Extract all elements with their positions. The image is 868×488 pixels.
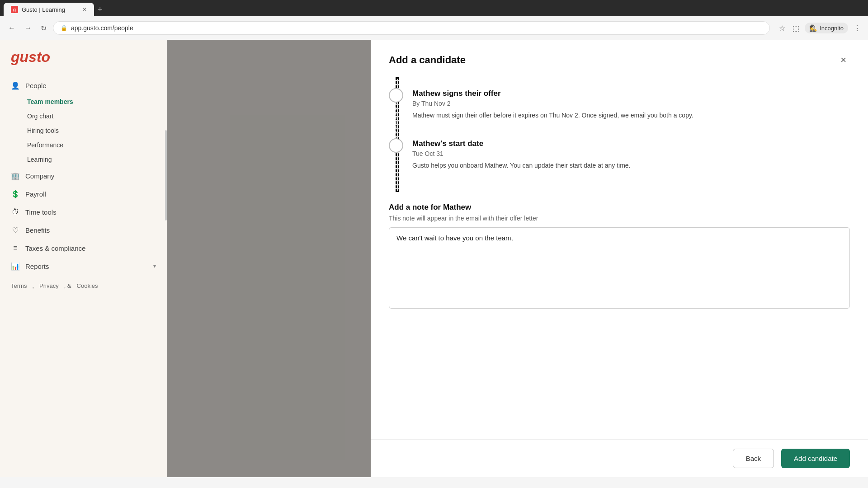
menu-button[interactable]: ⋮	[852, 22, 863, 34]
modal-header: Add a candidate ×	[371, 40, 868, 77]
reports-chevron: ▾	[153, 263, 156, 269]
new-tab-button[interactable]: +	[94, 3, 106, 16]
timeline-subtitle-1: By Thu Nov 2	[412, 100, 850, 107]
sidebar-subitem-learning[interactable]: Learning	[0, 152, 167, 167]
incognito-badge: 🕵 Incognito	[805, 23, 848, 33]
close-tab-button[interactable]: ✕	[82, 6, 87, 13]
subnav-label-org-chart: Org chart	[27, 113, 53, 120]
timeline-connector-1	[396, 103, 396, 138]
note-title: Add a note for Mathew	[389, 203, 850, 212]
browser-tab-bar: g Gusto | Learning ✕ +	[0, 0, 868, 16]
address-bar-row: ← → ↻ 🔒 app.gusto.com/people ☆ ⬚ 🕵 Incog…	[0, 16, 868, 40]
sidebar-item-label-taxes: Taxes & compliance	[25, 244, 85, 252]
sidebar-item-label-time-tools: Time tools	[25, 208, 57, 216]
note-subtitle: This note will appear in the email with …	[389, 215, 850, 222]
timeline-desc-1: Mathew must sign their offer before it e…	[412, 111, 850, 120]
timeline-item-start-date: Mathew's start date Tue Oct 31 Gusto hel…	[389, 138, 850, 170]
modal-dialog: Add a candidate × Mathew signs their off…	[371, 40, 868, 477]
modal-footer: Back Add candidate	[371, 439, 868, 477]
sidebar-item-label-company: Company	[25, 172, 54, 180]
subnav-label-performance: Performance	[27, 141, 63, 149]
cast-button[interactable]: ⬚	[791, 22, 801, 34]
timeline-content-1: Mathew signs their offer By Thu Nov 2 Ma…	[412, 88, 850, 120]
benefits-icon: ♡	[11, 225, 20, 235]
tab-title: Gusto | Learning	[22, 6, 65, 13]
timeline-item-sign-offer: Mathew signs their offer By Thu Nov 2 Ma…	[389, 88, 850, 120]
subnav-label-learning: Learning	[27, 156, 52, 163]
payroll-icon: 💲	[11, 189, 20, 198]
timeline-desc-2: Gusto helps you onboard Mathew. You can …	[412, 161, 850, 170]
timeline-circle-1	[389, 88, 403, 103]
privacy-link[interactable]: Privacy	[39, 282, 59, 289]
sidebar-logo: gusto	[0, 49, 167, 76]
forward-nav-button[interactable]: →	[22, 22, 34, 34]
sidebar-item-time-tools[interactable]: ⏱ Time tools	[0, 203, 167, 221]
sidebar-subitem-hiring-tools[interactable]: Hiring tools	[0, 123, 167, 138]
people-icon: 👤	[11, 81, 20, 90]
sidebar-subitem-org-chart[interactable]: Org chart	[0, 109, 167, 123]
sidebar-item-people[interactable]: 👤 People	[0, 76, 167, 94]
modal-close-button[interactable]: ×	[837, 52, 850, 68]
timeline-title-2: Mathew's start date	[412, 139, 850, 148]
timeline-circle-2	[389, 138, 403, 153]
footer-sep2: , &	[64, 282, 71, 289]
sidebar-item-company[interactable]: 🏢 Company	[0, 167, 167, 185]
modal-title: Add a candidate	[389, 54, 466, 66]
timeline-content-2: Mathew's start date Tue Oct 31 Gusto hel…	[412, 138, 850, 170]
sidebar-scrollbar	[165, 130, 167, 221]
subnav-label-team-members: Team members	[27, 98, 73, 105]
terms-link[interactable]: Terms	[11, 282, 27, 289]
sidebar-item-taxes[interactable]: ≡ Taxes & compliance	[0, 239, 167, 257]
sidebar-item-payroll[interactable]: 💲 Payroll	[0, 185, 167, 203]
company-icon: 🏢	[11, 171, 20, 180]
sidebar-footer: Terms, Privacy, & Cookies	[0, 275, 167, 296]
sidebar-item-label-reports: Reports	[25, 263, 49, 270]
sidebar-subitem-team-members[interactable]: Team members	[0, 94, 167, 109]
sidebar-item-label-payroll: Payroll	[25, 190, 46, 198]
main-content: Add a candidate × Mathew signs their off…	[167, 40, 868, 477]
reload-button[interactable]: ↻	[38, 22, 49, 34]
sidebar-item-label-people: People	[25, 82, 47, 89]
cookies-link[interactable]: Cookies	[77, 282, 98, 289]
subnav-label-hiring-tools: Hiring tools	[27, 127, 59, 134]
sidebar-item-reports[interactable]: 📊 Reports ▾	[0, 257, 167, 275]
active-tab[interactable]: g Gusto | Learning ✕	[4, 3, 94, 16]
back-button[interactable]: Back	[733, 449, 774, 468]
time-icon: ⏱	[11, 207, 20, 216]
modal-overlay: Add a candidate × Mathew signs their off…	[167, 40, 868, 477]
taxes-icon: ≡	[11, 244, 20, 253]
timeline-title-1: Mathew signs their offer	[412, 89, 850, 98]
bookmark-button[interactable]: ☆	[777, 22, 787, 34]
app-layout: gusto 👤 People Team members Org chart Hi…	[0, 40, 868, 477]
note-section: Add a note for Mathew This note will app…	[389, 192, 850, 321]
modal-body: Mathew signs their offer By Thu Nov 2 Ma…	[371, 77, 868, 439]
incognito-icon: 🕵	[809, 24, 817, 32]
sidebar: gusto 👤 People Team members Org chart Hi…	[0, 40, 167, 477]
lock-icon: 🔒	[61, 25, 67, 31]
sidebar-item-benefits[interactable]: ♡ Benefits	[0, 221, 167, 239]
logo-text: gusto	[11, 49, 50, 65]
tab-favicon: g	[11, 6, 18, 13]
url-text: app.gusto.com/people	[71, 24, 762, 32]
incognito-label: Incognito	[820, 25, 844, 32]
footer-sep1: ,	[32, 282, 34, 289]
sidebar-item-label-benefits: Benefits	[25, 226, 50, 234]
timeline: Mathew signs their offer By Thu Nov 2 Ma…	[389, 77, 850, 192]
add-candidate-button[interactable]: Add candidate	[781, 449, 850, 468]
reports-icon: 📊	[11, 262, 20, 271]
browser-actions: ☆ ⬚ 🕵 Incognito ⋮	[777, 22, 863, 34]
back-nav-button[interactable]: ←	[5, 22, 18, 34]
note-textarea[interactable]	[389, 227, 850, 309]
address-bar[interactable]: 🔒 app.gusto.com/people	[53, 21, 770, 35]
sidebar-subitem-performance[interactable]: Performance	[0, 138, 167, 152]
timeline-subtitle-2: Tue Oct 31	[412, 150, 850, 157]
